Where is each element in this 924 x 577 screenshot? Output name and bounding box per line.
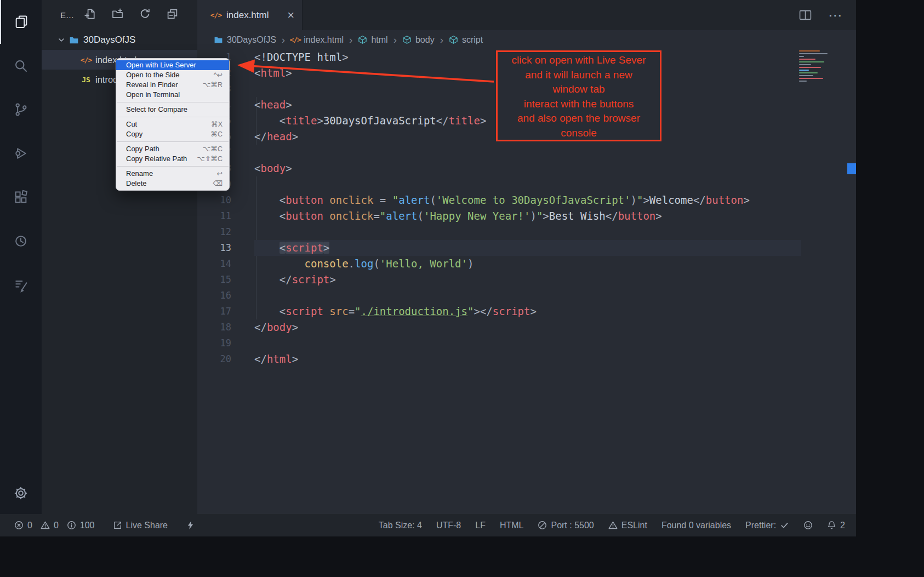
overview-ruler-marker [847,163,856,174]
code-token: </ [254,130,267,142]
code-token: button [286,194,323,206]
code-line[interactable]: 14 console.log('Hello, World') [197,256,856,272]
activity-bar-item-settings-gear[interactable] [0,473,42,513]
breadcrumb-30daysofjs[interactable]: 30DaysOfJS [214,35,276,45]
code-token: button [618,210,656,222]
line-number[interactable]: 12 [197,224,254,240]
line-number[interactable]: 17 [197,304,254,319]
code-line[interactable]: 20</html> [197,351,856,367]
line-number[interactable]: 18 [197,319,254,335]
menu-item-open-with-live-server[interactable]: Open with Live Server [116,60,229,70]
code-line-content: <button onclick="alert('Happy New Year!'… [254,208,801,224]
eslint[interactable]: ESLint [608,521,647,530]
code-token: console [305,258,349,270]
code-line[interactable]: 19 [197,335,856,351]
chevron-right-icon: › [393,34,397,46]
code-line[interactable]: 12 [197,224,856,240]
line-number[interactable]: 14 [197,256,254,272]
menu-item-shortcut: ⌥⇧⌘C [197,154,223,164]
explorer-item-30daysofjs[interactable]: 30DaysOfJS [42,30,197,50]
close-icon[interactable]: × [287,9,294,21]
code-token: > [342,51,348,63]
menu-item-rename[interactable]: Rename↩ [116,169,229,179]
explorer-action-new-file[interactable] [84,8,96,22]
menu-item-copy[interactable]: Copy⌘C [116,129,229,139]
code-token: head [267,130,292,142]
status-label: Found 0 variables [661,521,731,530]
menu-item-cut[interactable]: Cut⌘X [116,119,229,129]
line-number[interactable]: 11 [197,208,254,224]
menu-item-reveal-in-finder[interactable]: Reveal in Finder⌥⌘R [116,80,229,90]
tab-index-html[interactable]: </>index.html× [197,0,303,30]
activity-bar-item-files[interactable] [0,0,42,44]
code-line[interactable]: 7 [197,145,856,161]
code-line[interactable]: 13 <script> [197,240,856,256]
explorer-action-new-folder[interactable] [112,8,123,22]
line-number[interactable]: 13 [197,240,254,256]
live-share[interactable]: Live Share [113,521,168,530]
problems-errors[interactable]: 0 [14,521,32,530]
line-number[interactable]: 15 [197,272,254,288]
code-token: script [286,242,323,254]
code-line[interactable]: 10 <button onclick = "alert('Welcome to … [197,192,856,208]
tab-size[interactable]: Tab Size: 4 [379,521,422,530]
chevron-right-icon: › [349,34,352,46]
code-token [254,194,280,206]
breadcrumb-body[interactable]: body [402,35,435,45]
menu-item-select-for-compare[interactable]: Select for Compare [116,105,229,115]
status-bar: 00100Live Share Tab Size: 4UTF-8LFHTMLPo… [0,514,856,536]
problems-info[interactable]: 100 [67,521,95,530]
code-token: head [260,99,286,111]
menu-item-open-in-terminal[interactable]: Open in Terminal [116,90,229,100]
line-number[interactable]: 10 [197,192,254,208]
code-token: body [267,321,292,333]
code-token: </ [280,273,292,285]
prettier[interactable]: Prettier: [745,521,789,530]
live-server-port[interactable]: Port : 5500 [538,521,594,530]
code-line[interactable]: 17 <script src="./introduction.js"></scr… [197,304,856,319]
activity-bar-item-source-control[interactable] [0,88,42,132]
menu-item-copy-path[interactable]: Copy Path⌥⌘C [116,144,229,154]
breadcrumb-index-html[interactable]: </>index.html [290,35,344,45]
breadcrumb-html[interactable]: html [358,35,387,45]
menu-item-open-to-the-side[interactable]: Open to the Side^↩ [116,70,229,80]
line-number[interactable]: 19 [197,335,254,351]
split-editor-icon[interactable] [799,9,812,21]
activity-bar-item-feedback-pen[interactable] [0,263,42,307]
menu-item-delete[interactable]: Delete⌫ [116,179,229,188]
variables-found[interactable]: Found 0 variables [661,521,731,530]
activity-bar-item-run-debug[interactable] [0,132,42,175]
explorer-action-collapse-all[interactable] [167,8,178,22]
menu-item-label: Open in Terminal [126,90,223,100]
language-mode[interactable]: HTML [500,521,524,530]
code-line[interactable]: 9 [197,176,856,192]
code-line[interactable]: 16 [197,288,856,304]
end-of-line[interactable]: LF [475,521,486,530]
code-line[interactable]: 18</body> [197,319,856,335]
menu-item-label: Copy Relative Path [126,154,197,164]
notifications-bell[interactable]: 2 [827,521,845,530]
menu-item-shortcut: ⌥⌘C [203,144,223,154]
activity-bar-item-clock[interactable] [0,219,42,263]
status-label: 0 [54,521,59,530]
activity-bar-item-search[interactable] [0,44,42,88]
encoding[interactable]: UTF-8 [436,521,461,530]
explorer-action-refresh[interactable] [139,8,151,22]
breadcrumb-script[interactable]: script [449,35,483,45]
code-line[interactable]: 15 </script> [197,272,856,288]
more-actions-icon[interactable]: ⋯ [828,10,842,21]
menu-item-copy-relative-path[interactable]: Copy Relative Path⌥⇧⌘C [116,154,229,164]
code-token: log [355,258,373,270]
line-number[interactable]: 20 [197,351,254,367]
activity-bar-item-extensions[interactable] [0,175,42,219]
line-number[interactable]: 16 [197,288,254,304]
code-line[interactable]: 11 <button onclick="alert('Happy New Yea… [197,208,856,224]
quick-run[interactable] [186,521,195,530]
code-token: ./introduction.js [361,305,467,317]
problems-warnings[interactable]: 0 [41,521,59,530]
minimap[interactable] [799,50,848,83]
feedback-smiley[interactable] [803,521,813,530]
code-line[interactable]: 8<body> [197,161,856,176]
code-line-content [254,335,801,351]
menu-item-label: Open to the Side [126,70,214,80]
